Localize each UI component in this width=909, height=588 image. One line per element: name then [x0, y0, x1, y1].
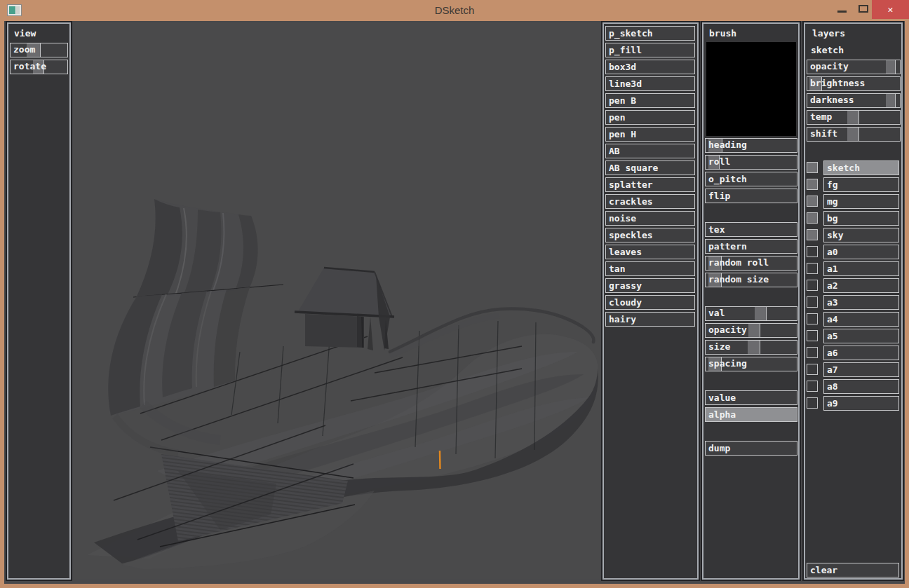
tool-pen-h[interactable]: pen H: [605, 127, 695, 142]
random-roll-slider[interactable]: random roll: [705, 256, 797, 271]
layer-visibility-checkbox[interactable]: [807, 162, 818, 173]
tool-pen-b[interactable]: pen B: [605, 93, 695, 108]
close-button[interactable]: ✕: [872, 0, 909, 19]
layer-visibility-checkbox[interactable]: [807, 179, 818, 190]
maximize-button[interactable]: [858, 5, 868, 13]
layer-item-fg[interactable]: fg: [823, 177, 899, 192]
layer-item-a7[interactable]: a7: [823, 362, 899, 377]
spacing-slider[interactable]: spacing: [705, 357, 797, 371]
minimize-button[interactable]: [837, 11, 847, 13]
layer-visibility-checkbox[interactable]: [807, 296, 818, 308]
layer-opacity-slider-label: opacity: [810, 61, 849, 71]
layer-item-sky[interactable]: sky: [823, 228, 899, 242]
opacity-slider-label: opacity: [708, 324, 747, 335]
layer-item-sketch[interactable]: sketch: [823, 160, 899, 175]
layer-visibility-checkbox[interactable]: [807, 263, 818, 274]
tool-noise[interactable]: noise: [605, 211, 695, 226]
layer-item-a4[interactable]: a4: [823, 312, 899, 327]
layer-row: a9: [805, 396, 901, 411]
tool-speckles[interactable]: speckles: [605, 228, 695, 242]
layer-visibility-checkbox[interactable]: [807, 381, 818, 392]
shift-slider-thumb[interactable]: [847, 128, 859, 141]
layer-row: a0: [805, 245, 901, 259]
roll-slider[interactable]: roll: [705, 155, 797, 170]
val-slider-thumb[interactable]: [755, 307, 767, 320]
house-sketch: [295, 268, 394, 350]
drawing-canvas[interactable]: [73, 22, 600, 580]
layer-visibility-checkbox[interactable]: [807, 196, 818, 207]
view-panel-title: view: [14, 28, 36, 39]
layer-visibility-checkbox[interactable]: [807, 212, 818, 224]
tool-pen[interactable]: pen: [605, 110, 695, 125]
layer-item-a3[interactable]: a3: [823, 295, 899, 310]
tool-crackles[interactable]: crackles: [605, 194, 695, 209]
tool-leaves[interactable]: leaves: [605, 245, 695, 259]
layer-item-a9[interactable]: a9: [823, 396, 899, 411]
zoom-slider[interactable]: zoom: [10, 43, 68, 57]
rotate-slider[interactable]: rotate: [10, 60, 68, 74]
tool-p_sketch[interactable]: p_sketch: [605, 26, 695, 41]
layer-visibility-checkbox[interactable]: [807, 280, 818, 291]
layer-opacity-slider[interactable]: opacity: [807, 60, 901, 74]
pattern-button[interactable]: pattern: [705, 239, 797, 254]
temp-slider[interactable]: temp: [807, 110, 901, 125]
layer-visibility-checkbox[interactable]: [807, 229, 818, 240]
layer-visibility-checkbox[interactable]: [807, 313, 818, 324]
tool-splatter[interactable]: splatter: [605, 177, 695, 192]
layer-visibility-checkbox[interactable]: [807, 397, 818, 409]
heading-slider[interactable]: heading: [705, 138, 797, 153]
layer-item-a6[interactable]: a6: [823, 346, 899, 360]
size-slider-label: size: [708, 341, 730, 352]
value-button[interactable]: value: [705, 390, 797, 405]
layer-row: a3: [805, 295, 901, 310]
layer-visibility-checkbox[interactable]: [807, 330, 818, 341]
layer-item-a1[interactable]: a1: [823, 261, 899, 276]
temp-slider-label: temp: [810, 111, 832, 122]
tool-hairy[interactable]: hairy: [605, 312, 695, 327]
layer-row: mg: [805, 194, 901, 209]
window-title: DSketch: [0, 4, 909, 16]
spacing-slider-label: spacing: [708, 358, 747, 369]
size-slider-thumb[interactable]: [748, 341, 760, 354]
opacity-slider-thumb[interactable]: [748, 324, 760, 337]
layer-item-a2[interactable]: a2: [823, 278, 899, 293]
layer-row: a2: [805, 278, 901, 293]
tex-button[interactable]: tex: [705, 222, 797, 237]
tool-tan[interactable]: tan: [605, 261, 695, 276]
temp-slider-thumb[interactable]: [847, 111, 859, 124]
tool-box3d[interactable]: box3d: [605, 60, 695, 74]
tool-ab-square[interactable]: AB square: [605, 160, 695, 175]
dump-button[interactable]: dump: [705, 441, 797, 456]
val-slider[interactable]: val: [705, 306, 797, 321]
flip-button[interactable]: flip: [705, 189, 797, 203]
layer-visibility-checkbox[interactable]: [807, 246, 818, 257]
random-size-slider-label: random size: [708, 274, 769, 285]
tool-p_fill[interactable]: p_fill: [605, 43, 695, 57]
random-size-slider[interactable]: random size: [705, 273, 797, 287]
brightness-slider[interactable]: brightness: [807, 76, 901, 91]
layer-item-mg[interactable]: mg: [823, 194, 899, 209]
layer-item-a5[interactable]: a5: [823, 329, 899, 343]
tools-panel: p_sketch p_fill box3d line3d pen B pen p…: [602, 22, 699, 580]
tool-line3d[interactable]: line3d: [605, 76, 695, 91]
alpha-button[interactable]: alpha: [705, 407, 797, 422]
tool-cloudy[interactable]: cloudy: [605, 295, 695, 310]
o_pitch-button[interactable]: o_pitch: [705, 172, 797, 186]
tool-grassy[interactable]: grassy: [605, 278, 695, 293]
layer-item-a0[interactable]: a0: [823, 245, 899, 259]
layer-row: sketch: [805, 160, 901, 175]
layer-row: a4: [805, 312, 901, 327]
layer-item-bg[interactable]: bg: [823, 211, 899, 226]
shift-slider[interactable]: shift: [807, 127, 901, 142]
layer-item-a8[interactable]: a8: [823, 379, 899, 394]
layer-visibility-checkbox[interactable]: [807, 364, 818, 375]
darkness-slider-thumb[interactable]: [886, 94, 896, 107]
layer-visibility-checkbox[interactable]: [807, 347, 818, 358]
clear-button[interactable]: clear: [807, 563, 899, 577]
opacity-slider[interactable]: opacity: [705, 323, 797, 338]
darkness-slider[interactable]: darkness: [807, 93, 901, 108]
layer-opacity-slider-thumb[interactable]: [886, 60, 896, 74]
size-slider[interactable]: size: [705, 340, 797, 355]
roll-slider-label: roll: [708, 156, 730, 167]
tool-ab[interactable]: AB: [605, 144, 695, 158]
